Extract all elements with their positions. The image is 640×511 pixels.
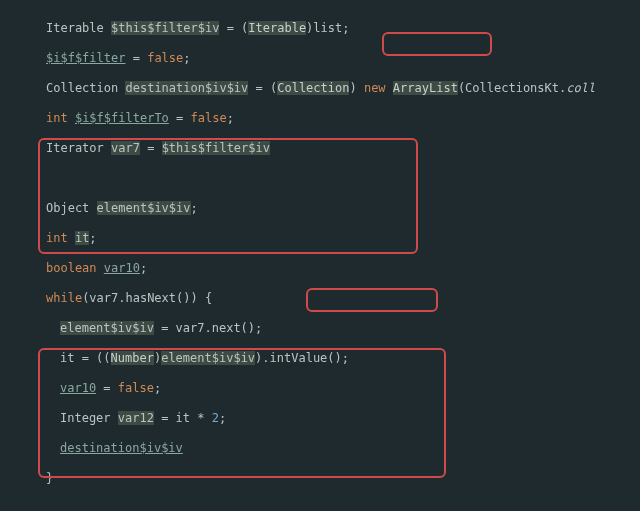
blank-line (4, 501, 636, 511)
code-line: int $i$f$filterTo = false; (4, 111, 636, 126)
code-line: Iterable $this$filter$iv = (Iterable)lis… (4, 21, 636, 36)
code-line: var10 = false; (4, 381, 636, 396)
code-line: while(var7.hasNext()) { (4, 291, 636, 306)
code-line: boolean var10; (4, 261, 636, 276)
blank-line (4, 171, 636, 186)
code-line: Integer var12 = it * 2; (4, 411, 636, 426)
code-line: destination$iv$iv (4, 441, 636, 456)
code-line: Object element$iv$iv; (4, 201, 636, 216)
code-line: $i$f$filter = false; (4, 51, 636, 66)
code-line: Collection destination$iv$iv = (Collecti… (4, 81, 636, 96)
code-editor[interactable]: Iterable $this$filter$iv = (Iterable)lis… (0, 0, 640, 511)
code-line: element$iv$iv = var7.next(); (4, 321, 636, 336)
code-line: it = ((Number)element$iv$iv).intValue(); (4, 351, 636, 366)
code-line: Iterator var7 = $this$filter$iv (4, 141, 636, 156)
code-line: } (4, 471, 636, 486)
code-line: int it; (4, 231, 636, 246)
